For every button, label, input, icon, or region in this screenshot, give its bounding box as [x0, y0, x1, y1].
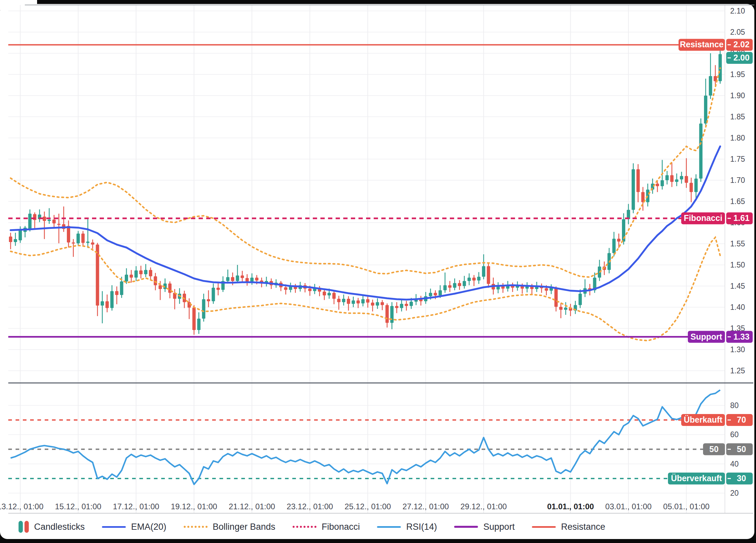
- candle: [487, 266, 490, 284]
- support-level-label[interactable]: Support: [688, 331, 725, 343]
- candle: [332, 293, 336, 298]
- candle: [149, 270, 152, 276]
- candle: [670, 175, 674, 182]
- last-price-chip[interactable]: 2.00: [726, 52, 753, 64]
- support-price-chip[interactable]: 1.33: [726, 331, 753, 343]
- rsi-overbought-label[interactable]: Überkauft: [681, 414, 725, 426]
- candle: [67, 226, 70, 243]
- candle: [236, 275, 239, 281]
- candle: [661, 180, 664, 186]
- rsi-overbought-chip[interactable]: 70: [726, 414, 753, 426]
- candle: [134, 271, 138, 278]
- ema-line-icon: [102, 526, 126, 528]
- price-axis-label: 1.45: [730, 282, 745, 290]
- candle: [327, 293, 331, 295]
- candle: [308, 289, 311, 291]
- legend-label: Bollinger Bands: [213, 522, 275, 532]
- fibonacci-level-label[interactable]: Fibonacci: [681, 212, 725, 224]
- price-axis-label: 1.65: [730, 197, 745, 206]
- candle: [400, 304, 403, 308]
- price-axis-label: 1.85: [730, 113, 745, 121]
- x-axis-label: 27.12., 01:00: [402, 502, 449, 511]
- rsi-axis-label: 60: [730, 430, 739, 439]
- x-axis-label: 25.12., 01:00: [345, 502, 391, 511]
- price-axis-label: 1.70: [730, 176, 745, 185]
- x-axis-label: 23.12., 01:00: [287, 502, 333, 511]
- svg-text:1.61: 1.61: [733, 213, 750, 223]
- candle: [637, 169, 640, 192]
- candle: [385, 305, 389, 323]
- rsi-oversold-chip[interactable]: 30: [726, 473, 753, 484]
- candle: [699, 123, 702, 178]
- candle: [57, 224, 61, 225]
- price-axis-label: 1.95: [730, 70, 745, 79]
- fibonacci-dotted-icon: [293, 526, 316, 528]
- candlestick-icon: [19, 521, 29, 533]
- candle: [284, 287, 287, 290]
- svg-text:2.02: 2.02: [733, 40, 750, 49]
- svg-text:2.00: 2.00: [733, 53, 750, 62]
- svg-text:1.33: 1.33: [733, 332, 750, 341]
- candle: [91, 243, 94, 245]
- candle: [76, 234, 80, 243]
- candle: [342, 298, 345, 302]
- rsi-midline-chip[interactable]: 50: [726, 443, 753, 455]
- legend-item-ema: EMA(20): [102, 522, 166, 532]
- candle: [139, 271, 143, 274]
- candle: [72, 243, 75, 244]
- candle: [28, 214, 31, 229]
- candle: [554, 288, 558, 307]
- rsi-axis-label: 80: [730, 401, 739, 410]
- candle: [130, 274, 133, 277]
- legend-bar: Candlesticks EMA(20) Bollinger Bands Fib…: [0, 515, 756, 538]
- candle: [366, 299, 369, 302]
- candle: [443, 285, 447, 290]
- legend-label: EMA(20): [131, 522, 166, 532]
- candle: [86, 242, 89, 243]
- candle: [709, 76, 712, 96]
- candle: [9, 237, 12, 242]
- candle: [434, 293, 437, 295]
- candle: [405, 304, 408, 306]
- svg-text:70: 70: [737, 415, 746, 424]
- candle: [101, 301, 104, 305]
- candle: [617, 239, 620, 242]
- legend-item-candlesticks: Candlesticks: [19, 521, 85, 533]
- resistance-level-label[interactable]: Resistance: [679, 39, 725, 51]
- candle: [453, 283, 456, 288]
- candle: [356, 300, 360, 303]
- candle: [579, 294, 582, 305]
- candle: [337, 298, 341, 302]
- candle: [694, 179, 698, 192]
- resistance-price-chip[interactable]: 2.02: [726, 39, 753, 51]
- fibonacci-price-chip[interactable]: 1.61: [726, 212, 753, 224]
- rsi-midline-label[interactable]: 50: [703, 443, 725, 455]
- candle: [241, 275, 244, 278]
- svg-text:Support: Support: [690, 332, 722, 341]
- candle: [371, 302, 374, 305]
- price-axis-label: 1.40: [730, 303, 745, 311]
- candle: [226, 277, 229, 281]
- candle: [467, 277, 471, 281]
- legend-item-resistance: Resistance: [532, 522, 605, 532]
- svg-text:50: 50: [737, 444, 746, 454]
- candle: [43, 217, 46, 221]
- x-axis-label: 03.01., 01:00: [605, 502, 652, 511]
- bollinger-dotted-icon: [184, 526, 208, 528]
- candle: [323, 292, 326, 295]
- candle: [564, 307, 567, 309]
- candle: [81, 234, 85, 243]
- candlestick-rsi-chart[interactable]: 2.102.052.001.951.901.851.801.751.701.65…: [0, 0, 756, 543]
- legend-label: Fibonacci: [322, 522, 360, 532]
- rsi-oversold-label[interactable]: Überverkauft: [668, 473, 725, 484]
- svg-text:50: 50: [709, 444, 719, 454]
- candle: [125, 274, 128, 281]
- x-axis-label: 13.12., 01:00: [0, 502, 43, 511]
- candle: [361, 299, 365, 303]
- candle: [458, 283, 461, 286]
- candle: [246, 278, 249, 281]
- x-axis-label: 21.12., 01:00: [229, 502, 275, 511]
- legend-item-bollinger: Bollinger Bands: [184, 522, 275, 532]
- candle: [110, 291, 114, 308]
- candle: [144, 270, 147, 274]
